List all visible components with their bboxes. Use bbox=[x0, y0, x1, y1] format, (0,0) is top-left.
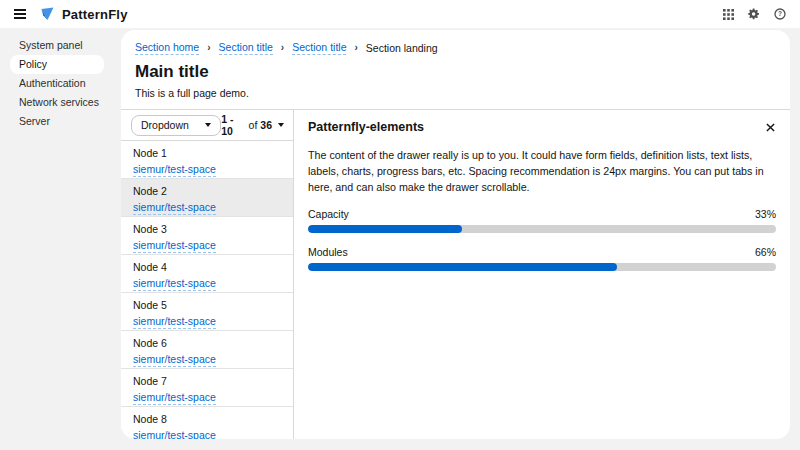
breadcrumb-separator-icon: › bbox=[207, 43, 210, 53]
page-subtitle: This is a full page demo. bbox=[135, 87, 776, 99]
patternfly-logo-icon bbox=[39, 6, 55, 22]
breadcrumb: Section home›Section title›Section title… bbox=[135, 41, 776, 55]
brand-name: PatternFly bbox=[62, 7, 128, 22]
node-name: Node 4 bbox=[133, 261, 281, 273]
svg-text:?: ? bbox=[778, 10, 782, 17]
sidebar-item-policy[interactable]: Policy bbox=[10, 55, 104, 74]
app-launcher-icon[interactable] bbox=[723, 9, 734, 20]
list-item-node-6[interactable]: Node 6siemur/test-space bbox=[121, 331, 293, 369]
progress-modules: Modules66% bbox=[308, 246, 776, 271]
list-item-node-7[interactable]: Node 7siemur/test-space bbox=[121, 369, 293, 407]
pagination-range: 1 - 10 bbox=[221, 113, 245, 137]
drawer-title: Patternfly-elements bbox=[308, 120, 424, 134]
progress-track bbox=[308, 225, 776, 233]
content-area: Dropdown 1 - 10 of 36 Node 1siemur/test-… bbox=[121, 110, 790, 439]
node-link[interactable]: siemur/test-space bbox=[133, 239, 216, 253]
node-link[interactable]: siemur/test-space bbox=[133, 429, 216, 439]
node-link[interactable]: siemur/test-space bbox=[133, 277, 216, 291]
sidebar-nav: System panelPolicyAuthenticationNetwork … bbox=[0, 28, 120, 450]
pagination-menu[interactable]: 1 - 10 of 36 bbox=[221, 113, 284, 137]
settings-gear-icon[interactable] bbox=[748, 8, 760, 20]
list-item-node-5[interactable]: Node 5siemur/test-space bbox=[121, 293, 293, 331]
sidebar-item-network-services[interactable]: Network services bbox=[10, 93, 104, 112]
help-icon[interactable]: ? bbox=[774, 8, 786, 20]
list-item-node-1[interactable]: Node 1siemur/test-space bbox=[121, 141, 293, 179]
breadcrumb-current-item: Section landing bbox=[366, 42, 438, 54]
node-link[interactable]: siemur/test-space bbox=[133, 353, 216, 367]
node-link[interactable]: siemur/test-space bbox=[133, 163, 216, 177]
dropdown-toggle[interactable]: Dropdown bbox=[131, 115, 221, 136]
sidebar-item-authentication[interactable]: Authentication bbox=[10, 74, 104, 93]
node-name: Node 8 bbox=[133, 413, 281, 425]
node-name: Node 5 bbox=[133, 299, 281, 311]
page-title: Main title bbox=[135, 62, 776, 82]
progress-label: Modules bbox=[308, 246, 348, 258]
list-toolbar: Dropdown 1 - 10 of 36 bbox=[121, 110, 293, 141]
drawer-panel: Patternfly-elements The content of the d… bbox=[293, 110, 790, 439]
node-link[interactable]: siemur/test-space bbox=[133, 391, 216, 405]
progress-fill bbox=[308, 263, 617, 271]
node-name: Node 1 bbox=[133, 147, 281, 159]
dropdown-label: Dropdown bbox=[141, 119, 189, 131]
progress-head: Capacity33% bbox=[308, 208, 776, 220]
page-header: Section home›Section title›Section title… bbox=[121, 30, 790, 110]
pagination-of-label: of bbox=[249, 119, 258, 131]
caret-down-icon bbox=[205, 123, 211, 127]
drawer-head: Patternfly-elements bbox=[308, 120, 776, 134]
progress-value: 66% bbox=[755, 246, 776, 258]
node-name: Node 7 bbox=[133, 375, 281, 387]
pagination-total: 36 bbox=[260, 119, 272, 131]
node-list: Node 1siemur/test-spaceNode 2siemur/test… bbox=[121, 141, 293, 439]
brand: PatternFly bbox=[39, 6, 128, 22]
menu-icon[interactable] bbox=[14, 9, 26, 19]
main-content-card: Section home›Section title›Section title… bbox=[121, 30, 790, 439]
breadcrumb-link[interactable]: Section title bbox=[292, 41, 346, 55]
masthead: PatternFly ? bbox=[0, 0, 800, 28]
node-name: Node 2 bbox=[133, 185, 281, 197]
node-link[interactable]: siemur/test-space bbox=[133, 201, 216, 215]
node-name: Node 3 bbox=[133, 223, 281, 235]
progress-fill bbox=[308, 225, 462, 233]
node-name: Node 6 bbox=[133, 337, 281, 349]
sidebar-item-system-panel[interactable]: System panel bbox=[10, 36, 104, 55]
sidebar-item-server[interactable]: Server bbox=[10, 112, 104, 131]
masthead-utilities: ? bbox=[723, 8, 786, 20]
progress-label: Capacity bbox=[308, 208, 349, 220]
list-item-node-2[interactable]: Node 2siemur/test-space bbox=[121, 179, 293, 217]
close-icon[interactable] bbox=[765, 121, 776, 134]
node-link[interactable]: siemur/test-space bbox=[133, 315, 216, 329]
caret-down-icon bbox=[278, 123, 284, 127]
breadcrumb-link[interactable]: Section home bbox=[135, 41, 199, 55]
progress-track bbox=[308, 263, 776, 271]
list-item-node-4[interactable]: Node 4siemur/test-space bbox=[121, 255, 293, 293]
drawer-body-text: The content of the drawer really is up t… bbox=[308, 147, 776, 195]
drawer-progress-container: Capacity33%Modules66% bbox=[308, 208, 776, 271]
progress-head: Modules66% bbox=[308, 246, 776, 258]
breadcrumb-separator-icon: › bbox=[354, 43, 357, 53]
progress-capacity: Capacity33% bbox=[308, 208, 776, 233]
progress-value: 33% bbox=[755, 208, 776, 220]
breadcrumb-link[interactable]: Section title bbox=[219, 41, 273, 55]
list-item-node-3[interactable]: Node 3siemur/test-space bbox=[121, 217, 293, 255]
breadcrumb-separator-icon: › bbox=[281, 43, 284, 53]
list-item-node-8[interactable]: Node 8siemur/test-space bbox=[121, 407, 293, 439]
node-list-panel: Dropdown 1 - 10 of 36 Node 1siemur/test-… bbox=[121, 110, 293, 439]
